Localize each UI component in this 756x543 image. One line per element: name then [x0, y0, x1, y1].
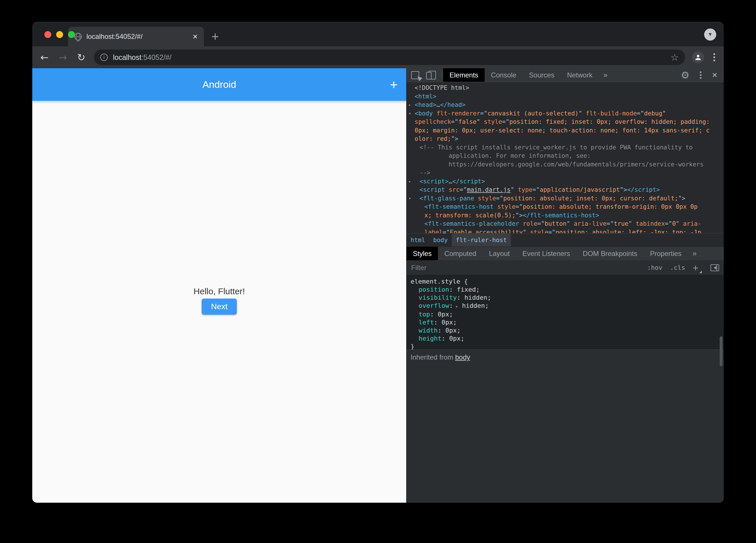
devtools-tab-elements[interactable]: Elements: [443, 68, 485, 82]
style-property-height[interactable]: height: 0px;: [411, 334, 724, 342]
gutter: [407, 143, 413, 152]
dom-node-text: spellcheck="false" style="position: fixe…: [413, 118, 710, 126]
dom-tree-row[interactable]: -->: [407, 169, 724, 177]
dom-tree-row[interactable]: <flt-semantics-placeholder role="button"…: [407, 220, 724, 228]
back-button[interactable]: ←: [39, 52, 50, 63]
window-close-button[interactable]: [44, 31, 51, 38]
browser-tab[interactable]: localhost:54052/#/ ×: [68, 27, 204, 46]
style-property-position[interactable]: position: fixed;: [411, 285, 724, 294]
url-text[interactable]: localhost:54052/#/: [113, 53, 665, 62]
chevron-down-icon: ▼: [704, 29, 716, 41]
disclosure-arrow-icon[interactable]: ▸: [407, 101, 413, 109]
dom-tree: <!DOCTYPE html><html>▸<head>…</head>▾<bo…: [407, 82, 724, 233]
profile-avatar[interactable]: [692, 51, 704, 63]
devtools-tab-sources[interactable]: Sources: [523, 68, 561, 82]
gutter: [407, 84, 413, 92]
gutter: [407, 92, 413, 101]
toggle-sidebar-icon[interactable]: [710, 264, 719, 271]
devtools-toolbar-icons: [407, 68, 441, 82]
browser-window: localhost:54052/#/ × + ▼ ← → ↻ i localho…: [32, 22, 724, 503]
site-info-icon[interactable]: i: [100, 54, 108, 61]
device-toolbar-icon[interactable]: [426, 71, 436, 80]
dom-tree-row[interactable]: ▾<flt-glass-pane style="position: absolu…: [407, 194, 724, 203]
new-style-rule-button[interactable]: +: [693, 264, 701, 272]
gutter: [407, 135, 413, 143]
style-property-overflow[interactable]: overflow: ▸ hidden;: [411, 302, 724, 310]
devtools-tab-network[interactable]: Network: [561, 68, 599, 82]
tab-search-button[interactable]: ▼: [704, 29, 716, 44]
style-property-top[interactable]: top: 0px;: [411, 310, 724, 318]
add-button[interactable]: +: [390, 78, 398, 91]
window-zoom-button[interactable]: [68, 31, 75, 38]
devtools-close-icon[interactable]: ×: [712, 70, 717, 80]
sidebar-tab-layout[interactable]: Layout: [483, 247, 516, 260]
dom-tree-row[interactable]: ▸<head>…</head>: [407, 101, 724, 109]
sidebar-tab-event-listeners[interactable]: Event Listeners: [516, 247, 576, 260]
tab-title: localhost:54052/#/: [86, 33, 188, 41]
dom-node-text: <script src="main.dart.js" type="applica…: [413, 186, 660, 194]
dom-tree-row[interactable]: 0px; margin: 0px; user-select: none; tou…: [407, 126, 724, 135]
devtools-toolbar-right: ⚙ ×: [674, 68, 724, 82]
breadcrumb-item-html[interactable]: html: [407, 234, 429, 247]
sidebar-tab-dom-breakpoints[interactable]: DOM Breakpoints: [577, 247, 644, 260]
style-rule-close: }: [411, 342, 724, 349]
devtools-toolbar: ElementsConsoleSourcesNetwork » ⚙ ×: [407, 68, 724, 82]
dom-tree-row[interactable]: spellcheck="false" style="position: fixe…: [407, 118, 724, 126]
dom-tree-row[interactable]: x; transform: scale(0.5);"></flt-semanti…: [407, 211, 724, 220]
style-property-left[interactable]: left: 0px;: [411, 318, 724, 326]
settings-gear-icon[interactable]: ⚙: [681, 69, 689, 81]
inherited-label: Inherited from: [411, 353, 455, 361]
filter-input[interactable]: Filter: [411, 264, 647, 272]
disclosure-arrow-icon[interactable]: ▸: [407, 177, 413, 186]
window-minimize-button[interactable]: [56, 31, 63, 38]
dom-tree-row[interactable]: <!DOCTYPE html>: [407, 84, 724, 92]
dom-tree-row[interactable]: <!-- This script installs service_worker…: [407, 143, 724, 152]
style-rule-selector[interactable]: element.style {: [411, 277, 724, 285]
next-button[interactable]: Next: [202, 298, 237, 315]
dom-tree-row[interactable]: <html>: [407, 92, 724, 101]
styles-scrollbar[interactable]: [720, 336, 723, 366]
dom-tree-row[interactable]: <script src="main.dart.js" type="applica…: [407, 186, 724, 194]
browser-menu-icon[interactable]: [713, 56, 715, 58]
dom-node-text: <flt-semantics-placeholder role="button"…: [413, 220, 701, 228]
sidebar-tab-properties[interactable]: Properties: [644, 247, 688, 260]
dom-tree-row[interactable]: label="Enable accessibility" style="posi…: [407, 228, 724, 234]
style-property-width[interactable]: width: 0px;: [411, 326, 724, 334]
sidebar-tab-computed[interactable]: Computed: [438, 247, 483, 260]
devtools-tab-console[interactable]: Console: [485, 68, 523, 82]
inherited-from-link[interactable]: body: [455, 353, 470, 361]
devtools-menu-icon[interactable]: [700, 74, 702, 76]
breadcrumb-item-flt-ruler-host[interactable]: flt-ruler-host: [452, 234, 511, 247]
gutter: [407, 220, 413, 228]
inspect-element-icon[interactable]: [411, 71, 419, 79]
app-bar-title: Android: [32, 79, 406, 90]
breadcrumb-item-body[interactable]: body: [429, 234, 452, 247]
sidebar-tab-styles[interactable]: Styles: [407, 247, 438, 260]
dom-tree-row[interactable]: ▸<script>…</script>: [407, 177, 724, 186]
dom-tree-row[interactable]: ▾<body flt-renderer="canvaskit (auto-sel…: [407, 109, 724, 118]
bookmark-star-icon[interactable]: ☆: [670, 52, 679, 63]
dom-tree-row[interactable]: <flt-semantics-host style="position: abs…: [407, 203, 724, 211]
dom-node-text: application. For more information, see:: [413, 152, 591, 160]
disclosure-arrow-icon[interactable]: ▾: [407, 194, 413, 203]
reload-button[interactable]: ↻: [75, 52, 87, 63]
more-tabs-icon[interactable]: »: [599, 68, 612, 82]
style-property-visibility[interactable]: visibility: hidden;: [411, 294, 724, 302]
class-toggle[interactable]: .cls: [670, 264, 685, 271]
address-bar[interactable]: i localhost:54052/#/ ☆: [94, 50, 685, 65]
dom-tree-row[interactable]: https://developers.google.com/web/fundam…: [407, 160, 724, 169]
tab-close-icon[interactable]: ×: [192, 32, 198, 41]
forward-button[interactable]: →: [57, 52, 69, 63]
dom-node-text: <flt-glass-pane style="position: absolut…: [413, 194, 685, 203]
hover-state-toggle[interactable]: :hov: [647, 264, 662, 271]
sidebar-more-tabs-icon[interactable]: »: [688, 247, 701, 260]
gutter: [407, 118, 413, 126]
url-host: localhost: [113, 53, 141, 61]
new-tab-button[interactable]: +: [211, 31, 219, 42]
cursor-icon: [414, 73, 422, 81]
dom-node-text: <html>: [413, 92, 436, 101]
disclosure-arrow-icon[interactable]: ▾: [407, 109, 413, 118]
app-body: Hello, Flutter! Next: [32, 101, 406, 503]
dom-tree-row[interactable]: application. For more information, see:: [407, 152, 724, 160]
dom-tree-row[interactable]: olor: red;">: [407, 135, 724, 143]
